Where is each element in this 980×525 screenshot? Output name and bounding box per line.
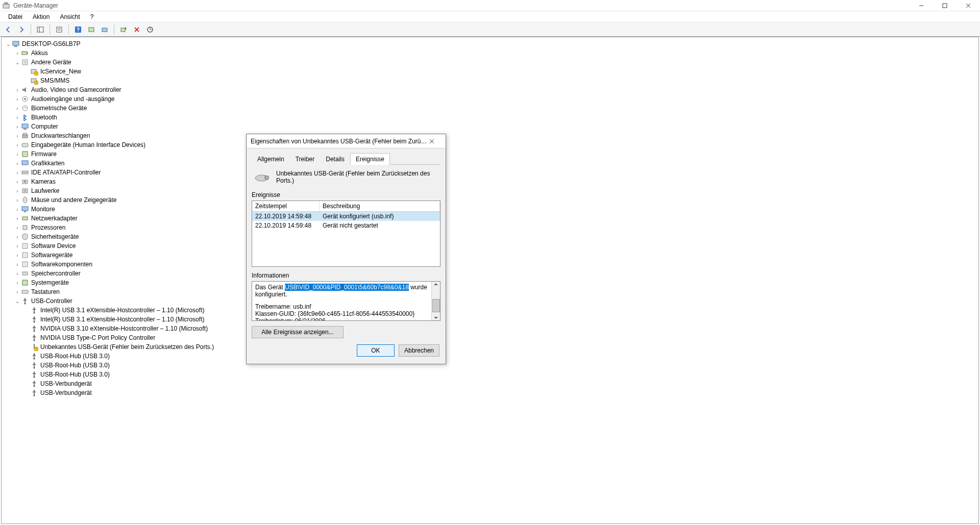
chevron-right-icon[interactable]: ›	[14, 234, 21, 240]
scroll-down-icon[interactable]	[433, 315, 438, 320]
scroll-thumb[interactable]	[432, 299, 440, 312]
chevron-right-icon[interactable]: ›	[14, 51, 21, 56]
tree-node[interactable]: ⌄USB-Controller	[3, 296, 977, 306]
chevron-right-icon[interactable]: ›	[14, 197, 21, 203]
column-description[interactable]: Beschreibung	[320, 201, 440, 211]
chevron-right-icon[interactable]: ›	[14, 289, 21, 295]
tree-leaf[interactable]: !SMS/MMS	[3, 76, 977, 85]
chevron-right-icon[interactable]: ›	[14, 262, 21, 267]
tree-leaf[interactable]: Intel(R) USB 3.1 eXtensible-Hostcontroll…	[3, 315, 977, 324]
tab-events[interactable]: Ereignisse	[350, 153, 390, 165]
chevron-right-icon[interactable]: ›	[14, 207, 21, 212]
tree-node[interactable]: ›IDE ATA/ATAPI-Controller	[3, 168, 977, 177]
tree-node[interactable]: ›Akkus	[3, 48, 977, 58]
scan-for-changes-button[interactable]	[144, 23, 156, 36]
tree-leaf[interactable]: USB-Verbundgerät	[3, 388, 977, 397]
tab-general[interactable]: Allgemein	[252, 153, 290, 165]
tree-node[interactable]: ›Biometrische Geräte	[3, 104, 977, 113]
forward-button[interactable]	[15, 23, 28, 36]
dialog-title-bar[interactable]: Eigenschaften von Unbekanntes USB-Gerät …	[247, 134, 446, 148]
properties-button[interactable]	[53, 23, 65, 36]
tree-leaf[interactable]: USB-Root-Hub (USB 3.0)	[3, 352, 977, 361]
chevron-down-icon[interactable]: ⌄	[14, 60, 21, 65]
tree-node[interactable]: ›Softwaregeräte	[3, 251, 977, 260]
info-scrollbar[interactable]	[431, 282, 440, 320]
events-list[interactable]: Zeitstempel Beschreibung 22.10.2019 14:5…	[252, 201, 440, 267]
show-hide-console-tree-button[interactable]	[34, 23, 46, 36]
show-all-events-button[interactable]: Alle Ereignisse anzeigen...	[252, 326, 344, 338]
information-textbox[interactable]: Das Gerät USB\VID_0000&PID_0001\5&60b7c9…	[252, 281, 440, 321]
tree-leaf[interactable]: USB-Verbundgerät	[3, 379, 977, 388]
ok-button[interactable]: OK	[357, 344, 395, 357]
scan-hardware-button[interactable]	[85, 23, 97, 36]
minimize-button[interactable]	[910, 0, 933, 11]
chevron-right-icon[interactable]: ›	[14, 179, 21, 185]
chevron-right-icon[interactable]: ›	[14, 124, 21, 130]
chevron-right-icon[interactable]: ›	[14, 243, 21, 249]
chevron-right-icon[interactable]: ›	[14, 142, 21, 148]
chevron-right-icon[interactable]: ›	[14, 161, 21, 166]
scroll-up-icon[interactable]	[433, 282, 438, 287]
tree-node[interactable]: ›Computer	[3, 122, 977, 131]
chevron-right-icon[interactable]: ›	[14, 225, 21, 231]
chevron-right-icon[interactable]: ›	[14, 133, 21, 139]
tree-node[interactable]: ›Software Device	[3, 241, 977, 251]
column-timestamp[interactable]: Zeitstempel	[252, 201, 320, 211]
event-row[interactable]: 22.10.2019 14:59:48Gerät nicht gestartet	[252, 221, 440, 230]
tree-node[interactable]: ›Laufwerke	[3, 186, 977, 195]
tree-node[interactable]: ›Kameras	[3, 177, 977, 186]
tree-node[interactable]: ›Audioeingänge und -ausgänge	[3, 94, 977, 104]
tree-node[interactable]: ›Firmware	[3, 149, 977, 159]
chevron-right-icon[interactable]: ›	[14, 216, 21, 221]
chevron-right-icon[interactable]: ›	[14, 280, 21, 286]
tree-leaf[interactable]: !IcService_New	[3, 67, 977, 76]
tree-leaf[interactable]: USB-Root-Hub (USB 3.0)	[3, 370, 977, 379]
tree-node[interactable]: ⌄?Andere Geräte	[3, 58, 977, 67]
tree-leaf[interactable]: USB-Root-Hub (USB 3.0)	[3, 361, 977, 370]
cancel-button[interactable]: Abbrechen	[399, 344, 439, 357]
menu-help[interactable]: ?	[85, 12, 99, 21]
update-driver-button[interactable]	[99, 23, 111, 36]
chevron-right-icon[interactable]: ›	[14, 170, 21, 176]
chevron-right-icon[interactable]: ›	[14, 87, 21, 93]
tree-node[interactable]: ›Netzwerkadapter	[3, 214, 977, 223]
tree-leaf[interactable]: Intel(R) USB 3.1 eXtensible-Hostcontroll…	[3, 306, 977, 315]
tree-node[interactable]: ›Grafikkarten	[3, 159, 977, 168]
dialog-close-button[interactable]	[429, 139, 442, 144]
tree-node[interactable]: ›Prozessoren	[3, 223, 977, 232]
chevron-right-icon[interactable]: ›	[14, 152, 21, 157]
tree-root[interactable]: ⌄DESKTOP-GS6LB7P	[3, 39, 977, 48]
chevron-down-icon[interactable]: ⌄	[14, 298, 21, 304]
enable-device-button[interactable]	[117, 23, 130, 36]
close-button[interactable]	[957, 0, 980, 11]
tree-node[interactable]: ›Softwarekomponenten	[3, 260, 977, 269]
chevron-right-icon[interactable]: ›	[14, 96, 21, 102]
tab-driver[interactable]: Treiber	[290, 153, 321, 165]
uninstall-device-button[interactable]	[131, 23, 143, 36]
menu-view[interactable]: Ansicht	[55, 12, 85, 21]
menu-file[interactable]: Datei	[3, 12, 28, 21]
tree-node[interactable]: ›Speichercontroller	[3, 269, 977, 278]
tab-details[interactable]: Details	[320, 153, 350, 165]
event-row[interactable]: 22.10.2019 14:59:48Gerät konfiguriert (u…	[252, 212, 440, 221]
tree-node[interactable]: ›Tastaturen	[3, 287, 977, 296]
tree-node[interactable]: ›Monitore	[3, 205, 977, 214]
tree-node[interactable]: ›Mäuse und andere Zeigegeräte	[3, 195, 977, 205]
tree-node[interactable]: ›Systemgeräte	[3, 278, 977, 287]
chevron-right-icon[interactable]: ›	[14, 253, 21, 258]
chevron-right-icon[interactable]: ›	[14, 115, 21, 120]
tree-leaf[interactable]: NVIDIA USB 3.10 eXtensible-Hostcontrolle…	[3, 324, 977, 333]
tree-node[interactable]: ›Druckwarteschlangen	[3, 131, 977, 140]
chevron-right-icon[interactable]: ›	[14, 188, 21, 194]
maximize-button[interactable]	[933, 0, 957, 11]
tree-leaf[interactable]: NVIDIA USB Type-C Port Policy Controller	[3, 333, 977, 342]
device-tree-pane[interactable]: ⌄DESKTOP-GS6LB7P›Akkus⌄?Andere Geräte!Ic…	[1, 37, 979, 524]
tree-node[interactable]: ›Eingabegeräte (Human Interface Devices)	[3, 140, 977, 149]
tree-node[interactable]: ›Bluetooth	[3, 113, 977, 122]
tree-node[interactable]: ›Audio, Video und Gamecontroller	[3, 85, 977, 94]
tree-node[interactable]: ›Sicherheitsgeräte	[3, 232, 977, 241]
menu-action[interactable]: Aktion	[28, 12, 55, 21]
chevron-right-icon[interactable]: ›	[14, 106, 21, 111]
help-button[interactable]: ?	[72, 23, 84, 36]
chevron-right-icon[interactable]: ›	[14, 271, 21, 277]
